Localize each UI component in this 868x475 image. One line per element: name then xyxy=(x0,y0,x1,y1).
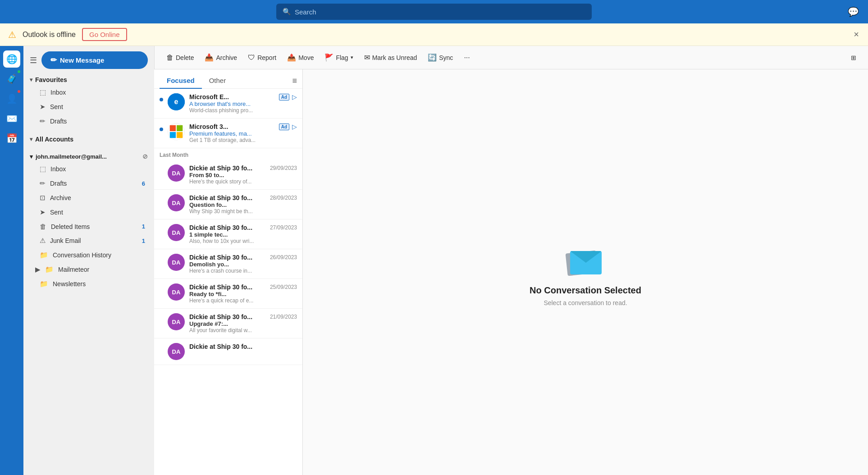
search-box[interactable]: 🔍 Search xyxy=(276,4,592,20)
message-date: 25/09/2023 xyxy=(270,284,297,290)
message-top: Microsoft 3... Ad ▷ xyxy=(189,123,297,130)
hamburger-button[interactable]: ☰ xyxy=(30,55,37,65)
list-item[interactable]: DA Dickie at Ship 30 fo... 21/09/2023 Up… xyxy=(154,309,302,338)
archive-button[interactable]: 📥 Archive xyxy=(200,50,242,64)
tab-focused[interactable]: Focused xyxy=(160,73,202,89)
sent2-icon: ➤ xyxy=(40,208,46,216)
reading-pane-button[interactable]: ⊞ xyxy=(846,51,861,64)
toolbar: 🗑 Delete 📥 Archive 🛡 Report 📤 Move 🚩 Fla… xyxy=(154,46,868,69)
all-accounts-chevron: ▾ xyxy=(30,136,32,142)
mark-unread-button[interactable]: ✉ Mark as Unread xyxy=(360,50,422,64)
message-content: Dickie at Ship 30 fo... 27/09/2023 1 sim… xyxy=(189,224,297,244)
list-item[interactable]: DA Dickie at Ship 30 fo... 28/09/2023 Qu… xyxy=(154,190,302,219)
sync-icon: 🔄 xyxy=(428,53,437,62)
message-date: 29/09/2023 xyxy=(270,165,297,171)
sidebar-item-sent[interactable]: ➤ Sent xyxy=(26,205,151,219)
junk-count: 1 xyxy=(142,238,145,244)
no-conversation-icon xyxy=(563,238,608,274)
archive-label: Archive xyxy=(50,194,71,201)
new-message-button[interactable]: ✏ New Message xyxy=(41,51,148,69)
list-item[interactable]: e Microsoft E... Ad ▷ A browser that's m… xyxy=(154,89,302,119)
avatar xyxy=(168,123,185,140)
sidebar-item-deleted-items[interactable]: 🗑 Deleted Items 1 xyxy=(26,219,151,233)
chat-icon[interactable]: 💬 xyxy=(848,6,859,17)
sidebar-item-mailmeteor[interactable]: ▶ 📁 Mailmeteor xyxy=(26,262,151,277)
sidebar-item-sent-fav[interactable]: ➤ Sent xyxy=(26,100,151,114)
delete-icon: 🗑 xyxy=(166,54,174,62)
sidebar-item-drafts-fav[interactable]: ✏ Drafts xyxy=(26,114,151,128)
message-top: Microsoft E... Ad ▷ xyxy=(189,93,297,100)
list-item[interactable]: DA Dickie at Ship 30 fo... xyxy=(154,338,302,365)
globe-icon[interactable]: 🌐 xyxy=(3,50,20,68)
unread-dot xyxy=(160,98,163,101)
junk-label: Junk Email xyxy=(50,237,81,244)
message-pane: Focused Other ≡ e Microsof xyxy=(154,69,868,475)
offline-warning-icon: ⚠ xyxy=(8,29,16,40)
favourites-section-title[interactable]: ▾ Favourites xyxy=(23,73,154,85)
inbox2-icon: ⬚ xyxy=(40,165,46,173)
newsletters-label: Newsletters xyxy=(53,280,86,288)
sidebar-item-drafts[interactable]: ✏ Drafts 6 xyxy=(26,176,151,191)
message-subject: From $0 to... xyxy=(189,172,297,178)
message-date: 21/09/2023 xyxy=(270,314,297,320)
compose-icon: ✏ xyxy=(50,55,57,65)
message-content: Dickie at Ship 30 fo... xyxy=(189,343,297,350)
sidebar-item-archive[interactable]: ⊡ Archive xyxy=(26,191,151,205)
folder-header: ☰ ✏ New Message xyxy=(23,46,154,73)
delete-button[interactable]: 🗑 Delete xyxy=(162,51,198,64)
all-accounts-section-title[interactable]: ▾ All Accounts xyxy=(23,132,154,145)
more-button[interactable]: ··· xyxy=(459,51,474,64)
person-nav-wrap: 👤 xyxy=(3,90,20,107)
all-accounts-label: All Accounts xyxy=(35,136,73,143)
sync-label: Sync xyxy=(439,54,453,61)
tab-other[interactable]: Other xyxy=(202,73,233,89)
sidebar-item-newsletters[interactable]: 📁 Newsletters xyxy=(26,277,151,291)
avatar: e xyxy=(168,93,185,110)
list-item[interactable]: DA Dickie at Ship 30 fo... 25/09/2023 Re… xyxy=(154,279,302,309)
list-item[interactable]: DA Dickie at Ship 30 fo... 26/09/2023 De… xyxy=(154,249,302,279)
sidebar-item-junk[interactable]: ⚠ Junk Email 1 xyxy=(26,233,151,248)
message-content: Dickie at Ship 30 fo... 25/09/2023 Ready… xyxy=(189,283,297,304)
mail-icon[interactable]: ✉️ xyxy=(3,110,20,127)
message-preview: World-class phishing pro... xyxy=(189,107,297,114)
message-subject: 1 simple tec... xyxy=(189,231,297,238)
report-icon: 🛡 xyxy=(248,54,255,62)
new-message-label: New Message xyxy=(60,56,104,64)
report-button[interactable]: 🛡 Report xyxy=(243,51,281,64)
message-top: Dickie at Ship 30 fo... 27/09/2023 xyxy=(189,224,297,231)
sponsored-icon: ▷ xyxy=(292,93,297,100)
delete-label: Delete xyxy=(176,54,194,61)
list-item[interactable]: Microsoft 3... Ad ▷ Premium features, ma… xyxy=(154,119,302,148)
message-preview: Get 1 TB of storage, adva... xyxy=(189,137,297,143)
sponsored-icon: ▷ xyxy=(292,123,297,130)
filter-icon[interactable]: ≡ xyxy=(292,76,297,86)
move-button[interactable]: 📤 Move xyxy=(283,50,318,64)
sync-button[interactable]: 🔄 Sync xyxy=(423,50,457,64)
sidebar-item-conv-history[interactable]: 📁 Conversation History xyxy=(26,248,151,262)
move-icon: 📤 xyxy=(287,53,296,62)
message-subject: Premium features, ma... xyxy=(189,130,297,137)
list-item[interactable]: DA Dickie at Ship 30 fo... 27/09/2023 1 … xyxy=(154,219,302,249)
list-item[interactable]: DA Dickie at Ship 30 fo... 29/09/2023 Fr… xyxy=(154,160,302,190)
sent-fav-label: Sent xyxy=(50,103,63,110)
message-subject: A browser that's more... xyxy=(189,100,297,107)
drafts-fav-label: Drafts xyxy=(50,118,67,125)
message-list: Focused Other ≡ e Microsof xyxy=(154,69,303,475)
sidebar-item-inbox[interactable]: ⬚ Inbox xyxy=(26,162,151,176)
flag-button[interactable]: 🚩 Flag ▾ xyxy=(320,50,357,64)
message-sender: Microsoft 3... xyxy=(189,123,276,130)
message-top: Dickie at Ship 30 fo... 28/09/2023 xyxy=(189,194,297,201)
archive-icon: ⊡ xyxy=(40,194,46,202)
calendar-icon[interactable]: 📅 xyxy=(3,130,20,147)
account-header[interactable]: ▾ john.mailmeteor@gmail... ⊘ xyxy=(23,149,154,162)
sidebar-item-inbox-fav[interactable]: ⬚ Inbox xyxy=(26,85,151,100)
svg-text:e: e xyxy=(174,98,178,105)
message-sender: Dickie at Ship 30 fo... xyxy=(189,313,267,320)
mailmeteor-label: Mailmeteor xyxy=(58,266,89,273)
message-sender: Dickie at Ship 30 fo... xyxy=(189,283,267,291)
go-online-button[interactable]: Go Online xyxy=(82,28,127,41)
message-date: 28/09/2023 xyxy=(270,195,297,201)
deleted-items-label: Deleted Items xyxy=(51,223,90,230)
avatar: DA xyxy=(168,194,185,211)
close-banner-button[interactable]: × xyxy=(854,29,859,40)
